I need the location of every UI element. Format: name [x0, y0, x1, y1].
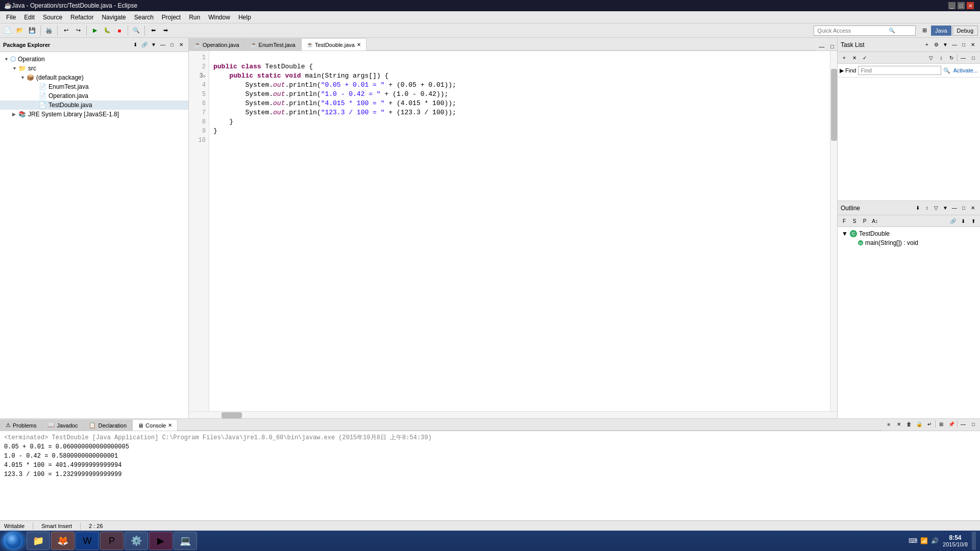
next-btn[interactable]: ⬅: [148, 25, 159, 36]
menu-window[interactable]: Window: [204, 13, 234, 22]
close-btn[interactable]: ✕: [967, 2, 974, 9]
outline-minimize[interactable]: —: [950, 204, 959, 212]
tab-operation-java[interactable]: ☕ Operation.java: [189, 38, 245, 51]
task-sort-btn[interactable]: ↕: [937, 53, 946, 62]
outline-collapse-btn[interactable]: ⬇: [914, 204, 922, 212]
prev-btn[interactable]: ➡: [160, 25, 171, 36]
redo-btn[interactable]: ↪: [72, 25, 84, 36]
console-open-console-btn[interactable]: ⊞: [937, 419, 946, 429]
java-perspective-btn[interactable]: Java: [931, 26, 951, 36]
tree-item-default-pkg[interactable]: ▼ 📦 (default package): [0, 73, 188, 82]
menu-search[interactable]: Search: [130, 13, 158, 22]
menu-help[interactable]: Help: [234, 13, 255, 22]
taskbar-app5-btn[interactable]: ⚙️: [125, 532, 148, 550]
tab-close-testdouble[interactable]: ✕: [357, 42, 361, 47]
show-desktop-btn[interactable]: [972, 532, 976, 550]
task-new-task-btn[interactable]: +: [840, 53, 849, 62]
tab-testdouble-java[interactable]: ☕ TestDouble.java ✕: [301, 38, 366, 51]
taskbar-clock[interactable]: 8:54 2015/10/8: [943, 534, 968, 547]
tree-item-src[interactable]: ▼ 📁 src: [0, 64, 188, 73]
tab-console[interactable]: 🖥 Console ✕: [132, 419, 178, 431]
task-list-new-btn[interactable]: +: [923, 41, 931, 49]
close-panel-btn[interactable]: ✕: [177, 41, 185, 49]
collapse-all-btn[interactable]: ⬇: [131, 41, 139, 49]
taskbar-explorer-btn[interactable]: 📁: [27, 532, 50, 550]
outline-filter-btn[interactable]: ▽: [932, 204, 940, 212]
maximize-btn[interactable]: □: [958, 2, 965, 9]
taskbar-terminal-btn[interactable]: 💻: [174, 532, 197, 550]
tab-enumtest-java[interactable]: ☕ EnumTest.java: [245, 38, 301, 51]
view-menu-btn[interactable]: ▼: [150, 41, 158, 49]
console-pin-btn[interactable]: 📌: [947, 419, 956, 429]
editor-scrollbar[interactable]: [830, 51, 837, 411]
debug-run-btn[interactable]: 🐛: [102, 25, 113, 36]
console-remove-btn[interactable]: ✕: [894, 419, 903, 429]
outline-link-btn[interactable]: 🔗: [948, 216, 958, 226]
outline-item-method[interactable]: m main(String[]) : void: [840, 238, 978, 247]
minimize-btn[interactable]: _: [948, 2, 955, 9]
console-minimize-btn[interactable]: —: [959, 419, 968, 429]
task-search-input[interactable]: [858, 66, 941, 75]
outline-hide-static-btn[interactable]: S: [850, 216, 859, 226]
perspective-icon-btn[interactable]: ⊞: [919, 25, 930, 36]
debug-perspective-btn[interactable]: Debug: [952, 26, 978, 36]
tree-item-testdouble[interactable]: 📄 TestDouble.java: [0, 101, 188, 110]
taskbar-media-btn[interactable]: ▶: [149, 532, 173, 550]
menu-edit[interactable]: Edit: [20, 13, 39, 22]
scrollbar-thumb[interactable]: [831, 69, 837, 141]
quick-access-input[interactable]: [817, 28, 889, 34]
task-mark-done-btn[interactable]: ✓: [860, 53, 869, 62]
link-with-editor-btn[interactable]: 🔗: [140, 41, 149, 49]
outline-collapse-all-btn2[interactable]: ⬆: [969, 216, 978, 226]
editor-hscroll[interactable]: [189, 411, 837, 418]
task-delete-btn[interactable]: ✕: [850, 53, 859, 62]
menu-refactor[interactable]: Refactor: [66, 13, 97, 22]
menu-run[interactable]: Run: [185, 13, 204, 22]
start-button[interactable]: [2, 532, 24, 550]
task-list-view-menu[interactable]: ▼: [941, 41, 949, 49]
tree-item-jre[interactable]: ▶ 📚 JRE System Library [JavaSE-1.8]: [0, 110, 188, 119]
outline-view-menu[interactable]: ▼: [941, 204, 949, 212]
outline-close[interactable]: ✕: [969, 204, 977, 212]
console-clear-btn[interactable]: 🗑: [904, 419, 914, 429]
console-maximize-btn[interactable]: □: [969, 419, 978, 429]
task-refresh-btn[interactable]: ↻: [947, 53, 956, 62]
task-list-settings-btn[interactable]: ⚙: [932, 41, 940, 49]
maximize-panel-btn[interactable]: □: [168, 41, 176, 49]
save-btn[interactable]: 💾: [27, 25, 38, 36]
taskbar-word-btn[interactable]: W: [76, 532, 99, 550]
menu-project[interactable]: Project: [158, 13, 185, 22]
tab-javadoc[interactable]: 📖 Javadoc: [42, 419, 83, 431]
outline-maximize[interactable]: □: [960, 204, 968, 212]
activate-link[interactable]: Activate...: [953, 67, 978, 73]
search-btn[interactable]: 🔍: [131, 25, 142, 36]
tab-problems[interactable]: ⚠ Problems: [0, 419, 42, 431]
tab-close-console[interactable]: ✕: [168, 422, 172, 428]
outline-sort-alpha-btn[interactable]: A↕: [870, 216, 879, 226]
task-minimize-btn[interactable]: —: [959, 53, 968, 62]
tree-item-operation[interactable]: ▼ ⬡ Operation: [0, 54, 188, 64]
tab-declaration[interactable]: 📋 Declaration: [83, 419, 132, 431]
task-list-minimize[interactable]: —: [950, 41, 959, 49]
run-btn[interactable]: ▶: [89, 25, 101, 36]
menu-file[interactable]: File: [2, 13, 20, 22]
code-area[interactable]: public class TestDouble { public static …: [209, 51, 830, 411]
outline-sort-btn[interactable]: ↕: [923, 204, 931, 212]
open-btn[interactable]: 📂: [14, 25, 26, 36]
task-maximize-btn[interactable]: □: [969, 53, 978, 62]
task-list-maximize[interactable]: □: [960, 41, 968, 49]
menu-navigate[interactable]: Navigate: [97, 13, 130, 22]
print-btn[interactable]: 🖨️: [43, 25, 55, 36]
hscroll-thumb[interactable]: [222, 412, 242, 418]
outline-hide-fields-btn[interactable]: F: [840, 216, 849, 226]
console-scroll-lock-btn[interactable]: 🔒: [915, 419, 924, 429]
task-filter-btn[interactable]: ▽: [926, 53, 936, 62]
console-word-wrap-btn[interactable]: ↵: [925, 419, 934, 429]
stop-btn[interactable]: ■: [114, 25, 125, 36]
minimize-editor-btn[interactable]: —: [816, 42, 827, 51]
console-stop-btn[interactable]: ■: [884, 419, 893, 429]
outline-expand-all-btn[interactable]: ⬇: [959, 216, 968, 226]
taskbar-firefox-btn[interactable]: 🦊: [51, 532, 75, 550]
menu-source[interactable]: Source: [39, 13, 66, 22]
outline-hide-nonpublic-btn[interactable]: P: [860, 216, 869, 226]
